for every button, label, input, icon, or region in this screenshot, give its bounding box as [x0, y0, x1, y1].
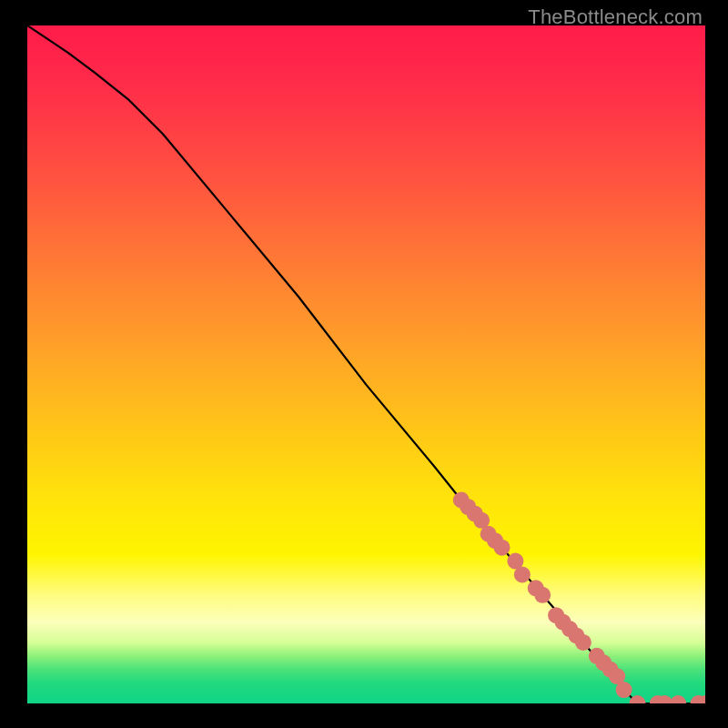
data-point — [514, 566, 531, 582]
data-point — [670, 695, 686, 703]
chart-plot-area — [27, 25, 705, 703]
scatter-markers — [453, 492, 705, 704]
data-point — [616, 682, 632, 698]
data-point — [494, 540, 511, 556]
chart-svg — [27, 25, 705, 703]
data-point — [534, 587, 551, 603]
data-point — [575, 634, 592, 651]
curve-line — [27, 25, 705, 703]
